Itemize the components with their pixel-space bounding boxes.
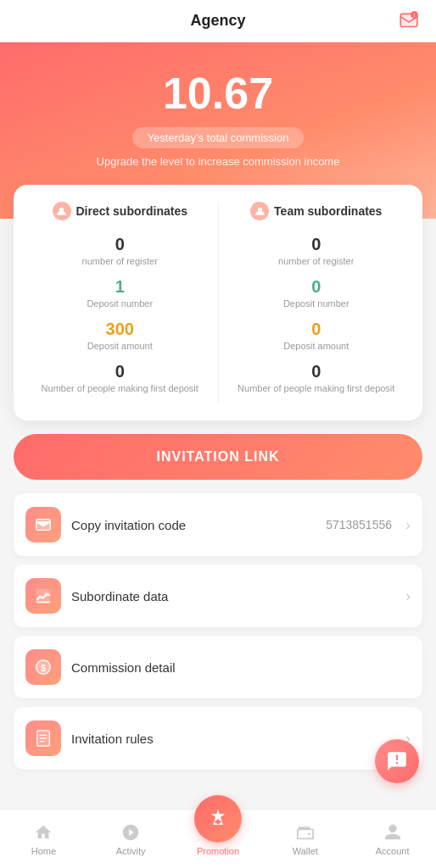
svg-text:$: $: [41, 663, 46, 673]
copy-invitation-item[interactable]: Copy invitation code 5713851556 ›: [14, 493, 422, 556]
team-register: 0 number of register: [226, 234, 408, 266]
team-subordinates-col: Team subordinates 0 number of register 0…: [218, 202, 415, 403]
svg-rect-7: [36, 589, 51, 604]
team-first-deposit: 0 Number of people making first deposit: [226, 361, 408, 393]
svg-rect-8: [36, 601, 51, 603]
svg-point-12: [308, 832, 310, 835]
chart-icon: [25, 578, 61, 614]
direct-subordinates-title: Direct subordinates: [29, 202, 211, 220]
bottom-navigation: Home Activity Promotion Wallet: [0, 809, 436, 868]
direct-deposit-number: 1 Deposit number: [29, 276, 211, 309]
main-content: 10.67 Yesterday's total commission Upgra…: [0, 42, 436, 854]
nav-activity[interactable]: Activity: [87, 815, 175, 863]
subordinate-data-label: Subordinate data: [71, 589, 395, 604]
hero-subtitle: Upgrade the level to increase commission…: [17, 155, 419, 168]
nav-home-label: Home: [31, 846, 56, 856]
commission-badge: Yesterday's total commission: [132, 127, 305, 148]
home-icon: [33, 822, 53, 843]
nav-account-label: Account: [376, 846, 410, 856]
chevron-right-icon: ›: [405, 516, 411, 534]
nav-account[interactable]: Account: [349, 815, 436, 863]
nav-home[interactable]: Home: [0, 815, 87, 863]
activity-icon: [120, 822, 141, 843]
promotion-circle: [194, 795, 242, 843]
commission-amount: 10.67: [17, 68, 419, 119]
nav-activity-label: Activity: [116, 846, 146, 856]
invitation-code-value: 5713851556: [326, 518, 392, 531]
team-subordinates-title: Team subordinates: [226, 202, 408, 220]
person-icon-direct: [53, 202, 71, 220]
envelope-icon: [25, 507, 61, 542]
copy-invitation-label: Copy invitation code: [71, 518, 316, 532]
invitation-rules-item[interactable]: Invitation rules ›: [14, 707, 422, 770]
direct-register: 0 number of register: [29, 234, 211, 266]
svg-text:!: !: [414, 13, 416, 18]
notification-icon[interactable]: !: [395, 8, 422, 35]
stats-card: Direct subordinates 0 number of register…: [14, 185, 422, 420]
nav-wallet-label: Wallet: [293, 846, 318, 856]
person-icon-team: [250, 202, 269, 220]
wallet-icon: [295, 822, 316, 843]
app-header: Agency !: [0, 0, 436, 42]
direct-first-deposit: 0 Number of people making first deposit: [29, 361, 211, 393]
page-title: Agency: [190, 12, 245, 30]
nav-promotion[interactable]: Promotion: [175, 795, 262, 856]
invitation-rules-label: Invitation rules: [71, 732, 395, 746]
direct-deposit-amount: 300 Deposit amount: [29, 319, 211, 351]
nav-wallet[interactable]: Wallet: [261, 815, 349, 863]
account-icon: [383, 822, 403, 843]
nav-promotion-label: Promotion: [197, 846, 239, 856]
direct-subordinates-col: Direct subordinates 0 number of register…: [22, 202, 218, 403]
commission-detail-label: Commission detail: [71, 660, 411, 675]
dollar-icon: $: [25, 649, 61, 685]
rules-icon: [25, 721, 61, 756]
commission-detail-item[interactable]: $ Commission detail: [14, 636, 422, 698]
team-deposit-amount: 0 Deposit amount: [226, 319, 408, 351]
invitation-link-button[interactable]: INVITATION LINK: [14, 434, 422, 480]
team-deposit-number: 0 Deposit number: [226, 276, 408, 309]
chevron-right-icon: ›: [405, 587, 411, 605]
subordinate-data-item[interactable]: Subordinate data ›: [14, 565, 422, 627]
chat-button[interactable]: [375, 739, 419, 783]
